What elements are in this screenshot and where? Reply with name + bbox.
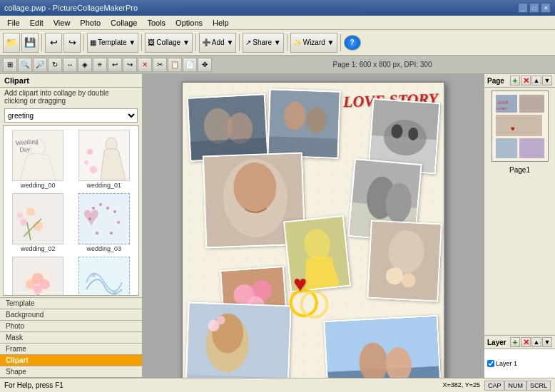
- num-indicator: NUM: [504, 381, 526, 391]
- svg-rect-80: [519, 138, 544, 158]
- delete-button[interactable]: ✕: [138, 58, 152, 72]
- layer-up-button[interactable]: ▲: [531, 337, 541, 347]
- toolbar-separator-4: [195, 34, 196, 51]
- wizard-button[interactable]: ✨ Wizard ▼: [290, 33, 337, 53]
- page-add-button[interactable]: +: [510, 76, 520, 86]
- tab-photo[interactable]: Photo: [0, 321, 142, 332]
- toolbar: 📁 💾 ↩ ↪ ▦ Template ▼ 🖼 Collage ▼ ➕ Add ▼…: [0, 30, 555, 56]
- clipart-item-wedding-04[interactable]: wedding_04: [6, 255, 71, 296]
- move-button[interactable]: ✥: [198, 58, 212, 72]
- svg-rect-77: [519, 95, 544, 113]
- page1-label: Page1: [484, 165, 555, 175]
- photo-bride-flowers[interactable]: [367, 220, 442, 301]
- layer-item[interactable]: Layer 1: [487, 360, 517, 367]
- rotate-button[interactable]: ↻: [48, 58, 62, 72]
- tab-mask[interactable]: Mask: [0, 332, 142, 344]
- tab-template[interactable]: Template: [0, 298, 142, 309]
- menu-edit[interactable]: Edit: [26, 18, 48, 28]
- clipart-label-wedding-02: wedding_02: [21, 245, 56, 252]
- open-button[interactable]: 📁: [3, 33, 20, 53]
- close-button[interactable]: ✕: [541, 3, 551, 13]
- photo-couple-kiss[interactable]: [187, 93, 269, 162]
- tab-frame[interactable]: Frame: [0, 344, 142, 355]
- page-canvas[interactable]: LOVE STORY: [181, 81, 445, 378]
- svg-point-5: [84, 160, 88, 165]
- add-button[interactable]: ➕ Add ▼: [199, 33, 236, 53]
- clipart-item-wedding-05[interactable]: wedding_05: [72, 255, 137, 296]
- page-delete-button[interactable]: ✕: [521, 76, 531, 86]
- paste-button[interactable]: 📄: [183, 58, 197, 72]
- clipart-item-wedding-02[interactable]: wedding_02: [6, 192, 71, 254]
- zoom-fit-button[interactable]: ⊞: [3, 58, 17, 72]
- layer-content: Layer 1: [484, 349, 555, 378]
- menu-collage[interactable]: Collage: [106, 18, 141, 28]
- svg-point-20: [117, 221, 120, 224]
- page-down-button[interactable]: ▼: [542, 76, 552, 86]
- photo-beach-couple[interactable]: [323, 315, 442, 378]
- menu-options[interactable]: Options: [171, 18, 207, 28]
- undo-button[interactable]: ↩: [45, 33, 62, 53]
- svg-text:LOVE: LOVE: [497, 100, 509, 105]
- menu-file[interactable]: File: [3, 18, 24, 28]
- maximize-button[interactable]: □: [529, 3, 539, 13]
- zoom-in-button[interactable]: 🔍: [18, 58, 32, 72]
- status-right: X=382, Y=25 CAP NUM SCRL: [439, 381, 551, 391]
- collage-button[interactable]: 🖼 Collage ▼: [145, 33, 193, 53]
- tab-shape[interactable]: Shape: [0, 366, 142, 378]
- menu-photo[interactable]: Photo: [76, 18, 105, 28]
- clipart-thumb-wedding-05: [78, 257, 130, 296]
- svg-point-15: [92, 207, 95, 210]
- clipart-thumb-wedding-02: [12, 193, 63, 244]
- menu-tools[interactable]: Tools: [143, 18, 170, 28]
- clipart-thumb-wedding-04: [12, 257, 63, 296]
- clipart-label-wedding-01: wedding_01: [86, 182, 121, 189]
- page-thumbnail[interactable]: LOVE STORY ♥: [492, 91, 549, 162]
- clipart-grid: Wedding Day wedding_00: [3, 125, 139, 296]
- redo2-button[interactable]: ↪: [123, 58, 137, 72]
- menu-view[interactable]: View: [49, 18, 75, 28]
- layer-down-button[interactable]: ▼: [542, 337, 552, 347]
- minimize-button[interactable]: _: [518, 3, 528, 13]
- toolbar-separator-7: [340, 34, 341, 51]
- undo2-button[interactable]: ↩: [108, 58, 122, 72]
- layer-panel: Layer + ✕ ▲ ▼ Layer 1: [484, 335, 555, 378]
- clipart-hint: Add clipart into collage by doubleclicki…: [0, 88, 142, 107]
- save-button[interactable]: 💾: [21, 33, 39, 53]
- svg-point-21: [96, 232, 98, 234]
- photo-couple-bottom[interactable]: [184, 302, 291, 378]
- align-button[interactable]: ≡: [93, 58, 107, 72]
- help-icon-button[interactable]: ?: [344, 35, 361, 51]
- layer-visibility-checkbox[interactable]: [487, 360, 494, 367]
- cut-button[interactable]: ✂: [153, 58, 167, 72]
- layer-add-button[interactable]: +: [510, 337, 520, 347]
- tab-background[interactable]: Background: [0, 309, 142, 321]
- template-button[interactable]: ▦ Template ▼: [87, 33, 138, 53]
- clipart-item-wedding-01[interactable]: wedding_01: [72, 128, 137, 190]
- arrange-button[interactable]: ◈: [78, 58, 92, 72]
- zoom-out-button[interactable]: 🔎: [33, 58, 47, 72]
- toolbar-separator-2: [83, 34, 84, 51]
- category-select[interactable]: greeting wedding birthday holiday: [4, 108, 138, 123]
- svg-point-7: [26, 207, 35, 216]
- flip-button[interactable]: ↔: [63, 58, 77, 72]
- menu-help[interactable]: Help: [208, 18, 233, 28]
- canvas-area[interactable]: LOVE STORY: [143, 74, 484, 378]
- copy-button[interactable]: 📋: [168, 58, 182, 72]
- tab-clipart[interactable]: Clipart: [0, 355, 142, 366]
- photo-shopping-couple[interactable]: [267, 88, 340, 158]
- left-panel: Clipart Add clipart into collage by doub…: [0, 74, 143, 378]
- scrl-indicator: SCRL: [526, 381, 551, 391]
- page-up-button[interactable]: ▲: [531, 76, 541, 86]
- clipart-item-wedding-03[interactable]: ♥ wedding_03: [72, 192, 137, 254]
- svg-text:Day: Day: [19, 145, 31, 153]
- page-panel-header: Page + ✕ ▲ ▼: [484, 74, 555, 88]
- share-button[interactable]: ↗ Share ▼: [243, 33, 283, 53]
- collage-heart: ♥: [293, 271, 307, 297]
- redo-button[interactable]: ↪: [63, 33, 81, 53]
- page-panel-title: Page: [487, 77, 504, 85]
- svg-point-19: [88, 217, 91, 220]
- clipart-item-wedding-00[interactable]: Wedding Day wedding_00: [6, 128, 71, 190]
- layer-delete-button[interactable]: ✕: [521, 337, 531, 347]
- svg-rect-78: [496, 115, 542, 136]
- photo-rings[interactable]: [283, 276, 335, 328]
